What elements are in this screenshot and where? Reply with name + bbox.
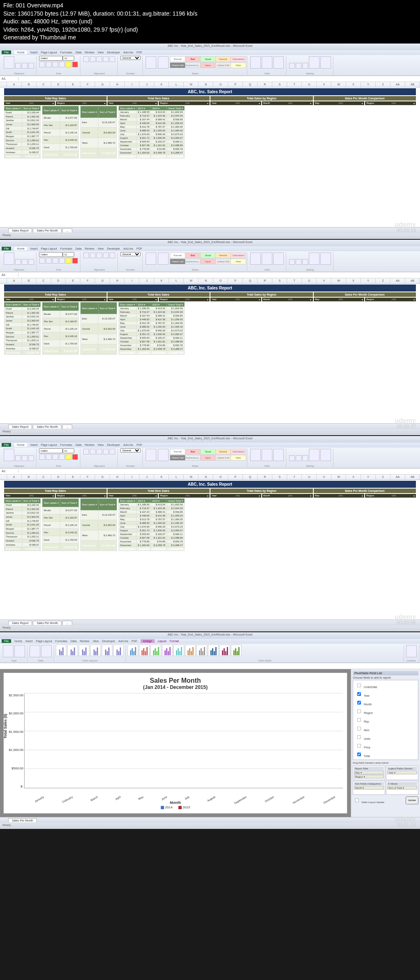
pivot-row[interactable]: July$ 1,676.90$ 996.33$ 2,673.23 xyxy=(119,132,184,136)
field-checkbox-month[interactable]: Month xyxy=(354,698,417,707)
col-header[interactable]: C xyxy=(37,475,51,480)
col-header[interactable]: P xyxy=(228,82,243,87)
field-checkbox-rep[interactable]: Rep xyxy=(354,716,417,724)
slicer[interactable]: Year(All)▾ xyxy=(210,298,261,301)
font-color-button[interactable] xyxy=(72,454,78,460)
pivot-row[interactable]: September$ 505.84$ 160.27$ 666.11 xyxy=(119,140,184,143)
pivot-row[interactable]: January$ 1,188.55$ 413.54$ 1,602.09 xyxy=(119,503,184,506)
pivot-header[interactable]: Sum of Total ▾ xyxy=(60,106,78,114)
align-left-button[interactable] xyxy=(83,252,89,258)
drop-item[interactable]: Year ▾ xyxy=(387,771,417,774)
sheet-tab[interactable]: Sales Per Month xyxy=(33,425,62,429)
pivot-row[interactable]: Jones$ 2,363.04 xyxy=(5,122,41,126)
pivot-row[interactable]: October$ 827.08$ 1,261.81$ 2,088.89 xyxy=(119,340,184,343)
slicer[interactable]: Region(All)▾ xyxy=(159,101,210,105)
pivot-table[interactable]: Row Labels ▾Sum of Total ▾East$ 13,130.0… xyxy=(80,106,117,158)
cell-style-neutral[interactable]: Neutral xyxy=(215,252,231,258)
pivot-row[interactable]: Howard$ 536.75 xyxy=(5,342,41,347)
dropdown-icon[interactable]: ▾ xyxy=(155,494,157,497)
ribbon-tab-page-layout[interactable]: Page Layout xyxy=(36,640,52,643)
chart-layout-thumb[interactable] xyxy=(113,645,124,656)
insert-button[interactable] xyxy=(250,252,261,265)
col-header[interactable]: L xyxy=(169,475,184,480)
col-header[interactable]: U xyxy=(302,278,317,283)
col-header[interactable]: Z xyxy=(376,278,390,283)
format-painter-button[interactable] xyxy=(28,63,34,69)
fill-button[interactable] xyxy=(296,259,301,265)
col-header[interactable]: E xyxy=(66,82,80,87)
pivot-row[interactable]: Jones$ 2,363.04 xyxy=(5,319,41,323)
ribbon-tab-file[interactable]: File xyxy=(2,247,11,250)
col-header[interactable]: A xyxy=(7,82,22,87)
pivot-row[interactable]: Sorvino$ 1,283.61 xyxy=(5,138,41,142)
pivot-header[interactable]: Row Labels ▾ xyxy=(80,498,98,510)
cell-style-input[interactable]: Input xyxy=(200,259,216,264)
pivot-row[interactable]: Gill$ 1,749.87 xyxy=(5,519,41,523)
cell-style-explanatory[interactable]: Explanatory... xyxy=(185,455,201,461)
ribbon-tab-formulas[interactable]: Formulas xyxy=(55,640,67,643)
col-header[interactable]: C xyxy=(37,82,51,87)
chart-style-thumb[interactable] xyxy=(185,645,196,656)
col-header[interactable]: B xyxy=(22,278,37,283)
ribbon-tab-formulas[interactable]: Formulas xyxy=(60,247,72,250)
col-header[interactable]: U xyxy=(302,475,317,480)
chart-layout-thumb[interactable] xyxy=(90,645,101,656)
col-header[interactable]: Q xyxy=(243,82,258,87)
bold-button[interactable] xyxy=(39,62,45,67)
pivot-row[interactable]: June$ 988.50$ 1,005.90$ 1,995.40 xyxy=(119,521,184,525)
col-header[interactable]: F xyxy=(80,82,95,87)
drop-zone-values[interactable]: Σ ValuesSum of Total ▾ xyxy=(386,781,418,795)
pivot-table[interactable]: Row Labels ▾Sum of Total ▾Binder$ 9,577.… xyxy=(42,106,79,158)
col-header[interactable]: I xyxy=(125,82,139,87)
sheet-tab[interactable]: Sales Report xyxy=(8,621,32,625)
col-header[interactable]: B xyxy=(22,82,37,87)
switch-row-col-button[interactable] xyxy=(30,645,40,657)
col-header[interactable]: N xyxy=(199,278,213,283)
col-header[interactable]: N xyxy=(199,475,213,480)
cell-style-explanatory[interactable]: Explanatory... xyxy=(185,259,201,264)
drop-item[interactable]: Rep ▾ xyxy=(354,771,384,774)
cell-style-note[interactable]: Note xyxy=(231,455,246,461)
ribbon-tab-page-layout[interactable]: Page Layout xyxy=(41,443,57,446)
dropdown-icon[interactable]: ▾ xyxy=(52,494,54,497)
ribbon-tab-developer[interactable]: Developer xyxy=(107,247,120,250)
select-data-button[interactable] xyxy=(41,645,52,657)
chart-style-thumb[interactable] xyxy=(208,645,219,656)
font-color-button[interactable] xyxy=(72,258,78,264)
insert-button[interactable] xyxy=(250,449,261,461)
autosum-button[interactable] xyxy=(289,63,295,69)
autosum-button[interactable] xyxy=(289,259,295,265)
chart-legend[interactable]: 2014 2015 xyxy=(8,806,343,809)
cell-style-check[interactable]: Check Cell xyxy=(170,259,185,264)
format-painter-button[interactable] xyxy=(28,259,34,265)
field-checkbox-total[interactable]: Total xyxy=(354,750,417,759)
number-format-dropdown[interactable]: General xyxy=(120,56,141,60)
col-header[interactable]: AA xyxy=(390,82,405,87)
col-header[interactable]: K xyxy=(154,475,169,480)
font-size-dropdown[interactable] xyxy=(63,252,74,257)
sheet-area[interactable]: ABC, Inc. Sales Report Total Rep SalesTo… xyxy=(0,480,420,620)
cell-style-check[interactable]: Check Cell xyxy=(170,455,185,461)
pivot-header[interactable]: Sum of Total ▾ xyxy=(22,302,41,307)
col-header[interactable]: C xyxy=(37,278,51,283)
col-header[interactable]: AB xyxy=(405,278,420,283)
ribbon-tab-file[interactable]: File xyxy=(2,50,11,54)
pivot-row[interactable]: November$ 778.89$ 54.89$ 833.78 xyxy=(119,147,184,151)
pivot-row[interactable]: Morgan$ 1,387.77 xyxy=(5,527,41,531)
field-checkbox-units[interactable]: Units xyxy=(354,733,417,741)
pivot-row[interactable]: Binder$ 9,577.65 xyxy=(42,507,78,514)
col-header[interactable]: W xyxy=(331,278,346,283)
ribbon-tab-file[interactable]: File xyxy=(2,443,11,447)
dropdown-icon[interactable]: ▾ xyxy=(362,102,363,105)
cell-style-calculation[interactable]: Calculation xyxy=(231,56,246,62)
ribbon-tab-page-layout[interactable]: Page Layout xyxy=(41,51,57,54)
pivot-row[interactable]: Kivell$ 3,109.44 xyxy=(5,110,41,115)
pivot-row[interactable]: Pencil$ 2,135.14 xyxy=(42,521,78,529)
pivot-row[interactable]: Gill$ 1,749.87 xyxy=(5,126,41,131)
drop-item[interactable]: Month ▾ xyxy=(354,786,384,790)
col-header[interactable]: X xyxy=(346,278,361,283)
ribbon-tab-layout[interactable]: Layout xyxy=(158,640,167,643)
pivot-header[interactable]: 2014 ▾ xyxy=(136,302,151,306)
pivot-row[interactable]: February$ 719.37$ 1,324.96$ 2,044.33 xyxy=(119,310,184,314)
align-left-button[interactable] xyxy=(83,56,89,62)
